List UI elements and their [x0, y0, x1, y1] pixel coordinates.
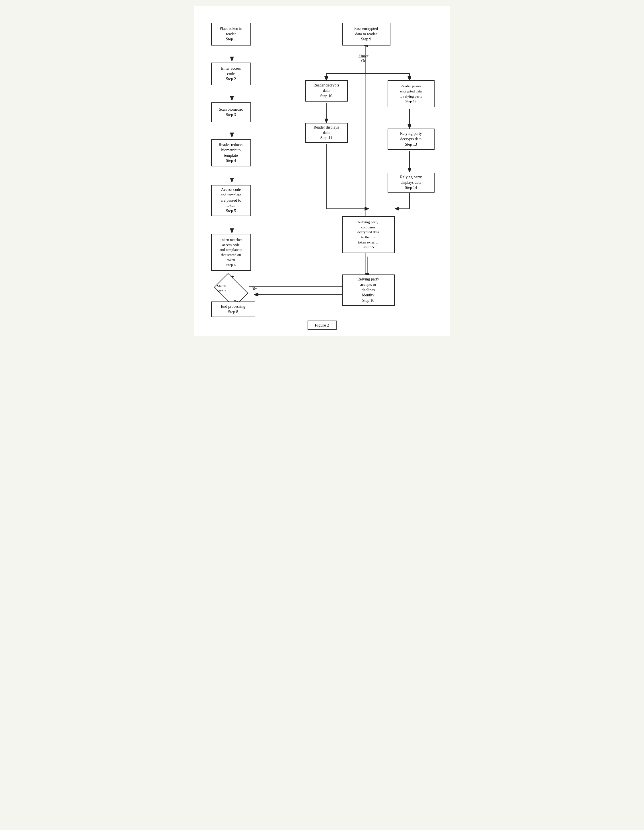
- step4-box: Reader reduces biometric to template Ste…: [211, 139, 251, 166]
- figure-label: Figure 2: [307, 321, 336, 330]
- flowchart: Place token in reader Step 1 Enter acces…: [203, 17, 442, 318]
- step10-box: Reader decrypts data Step 10: [305, 80, 348, 101]
- step12-box: Reader passes encrypted data to relying …: [388, 80, 435, 107]
- step14-box: Relying party displays data Step 14: [388, 173, 435, 193]
- arrows-svg: [203, 17, 442, 318]
- step1-box: Place token in reader Step 1: [211, 23, 251, 46]
- step15-box: Relying party compares decrypted data to…: [342, 216, 395, 253]
- diagram-container: Place token in reader Step 1 Enter acces…: [194, 6, 450, 336]
- step7-diamond-wrapper: Match Step 7: [211, 282, 251, 299]
- step8-box: End processing Step 8: [211, 301, 255, 317]
- yes-label: Yes: [252, 287, 257, 291]
- step2-box: Enter access code Step 2: [211, 63, 251, 86]
- step5-box: Access code and template are passed to t…: [211, 185, 251, 216]
- step9-box: Pass encrypted data to reader Step 9: [342, 23, 390, 46]
- step16-box: Relying party accepts or declines identi…: [342, 274, 395, 306]
- either-or-label: Either Or: [358, 54, 368, 63]
- step3-box: Scan biometric Step 3: [211, 102, 251, 122]
- step6-box: Token matches access code and template t…: [211, 234, 251, 271]
- step13-box: Relying party decrypts data Step 13: [388, 128, 435, 150]
- step11-box: Reader displays data Step 11: [305, 123, 348, 143]
